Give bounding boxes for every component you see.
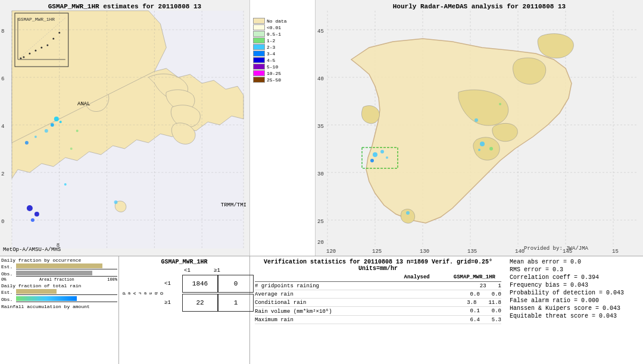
svg-point-46 bbox=[58, 32, 60, 34]
axis-100pct: 100% bbox=[107, 277, 117, 282]
stats-title: Verification statistics for 20110808 13 … bbox=[255, 259, 501, 272]
axis-0pct: 0% bbox=[1, 277, 6, 282]
legend-5-10: 5-10 bbox=[253, 64, 312, 70]
svg-text:140: 140 bbox=[515, 249, 525, 255]
rain-est-bar-area bbox=[16, 289, 117, 295]
bottom-right-scores: Mean abs error = 0.0 RMS error = 0.3 Cor… bbox=[506, 256, 643, 364]
svg-text:20: 20 bbox=[317, 240, 324, 246]
score-hanssen-kuipers: Hanssen & Kuipers score = 0.043 bbox=[510, 305, 639, 312]
label-max-rain: Maximum rain bbox=[255, 317, 294, 323]
col-header-less: <1 bbox=[173, 268, 202, 274]
svg-point-74 bbox=[373, 152, 377, 157]
legend-color-no-data bbox=[253, 18, 265, 24]
confusion-wrapper: Observed <1 1846 0 ≥1 22 1 bbox=[121, 275, 247, 312]
legend-label-no-data: No data bbox=[267, 18, 287, 24]
legend-label-3-4: 3-4 bbox=[267, 51, 275, 57]
histogram-amount-label: Rainfall accumulation by amount bbox=[1, 304, 117, 309]
svg-point-43 bbox=[40, 47, 42, 49]
score-prob-detection: Probability of detection = 0.043 bbox=[510, 290, 639, 296]
svg-point-28 bbox=[35, 212, 39, 216]
val-max-rain-gsmap: 5.3 bbox=[492, 317, 501, 323]
histogram-rain: Daily fraction of total rain Est. Obs. bbox=[1, 283, 117, 303]
legend-no-data: No data bbox=[253, 18, 312, 24]
svg-point-39 bbox=[20, 58, 21, 59]
histogram-axis: 0% Areal fraction 100% bbox=[1, 277, 117, 282]
est-bar-area bbox=[16, 263, 117, 269]
histogram-rain-est-container: Est. bbox=[1, 288, 117, 296]
obs-label: Obs. bbox=[1, 271, 16, 277]
svg-text:0: 0 bbox=[1, 219, 4, 225]
obs-bar bbox=[16, 271, 92, 275]
legend-color-05-1 bbox=[253, 31, 265, 37]
svg-text:120: 120 bbox=[326, 249, 336, 255]
svg-point-80 bbox=[489, 147, 493, 150]
score-freq-bias: Frequency bias = 0.043 bbox=[510, 282, 639, 288]
svg-point-22 bbox=[51, 123, 54, 127]
right-map-area: Hourly Radar-AMeDAS analysis for 2011080… bbox=[316, 0, 643, 256]
label-cond-rain: Conditional rain bbox=[255, 300, 306, 306]
score-rms: RMS error = 0.3 bbox=[510, 266, 639, 273]
legend-3-4: 3-4 bbox=[253, 51, 312, 57]
svg-text:30: 30 bbox=[317, 171, 324, 177]
label-avg-rain: Average rain bbox=[255, 291, 294, 297]
svg-point-41 bbox=[29, 53, 30, 55]
legend-label-2-3: 2-3 bbox=[267, 45, 275, 50]
bottom-middle-matrix: GSMAP_MWR_1HR <1 ≥1 Observed <1 1846 0 bbox=[119, 256, 250, 364]
svg-text:4: 4 bbox=[1, 124, 4, 130]
svg-text:135: 135 bbox=[467, 249, 477, 255]
axis-areal: Areal fraction bbox=[39, 277, 74, 282]
bottom-left-histograms: Daily fraction by occurrence Est. Obs. 0… bbox=[0, 256, 119, 364]
val-rain-vol-analysed: 0.1 bbox=[470, 308, 480, 315]
est-label: Est. bbox=[1, 264, 16, 269]
svg-point-31 bbox=[76, 130, 79, 132]
cell-21: 22 bbox=[182, 294, 218, 312]
legend-color-10-25 bbox=[253, 70, 265, 76]
rain-obs-bar-area bbox=[16, 296, 117, 302]
confusion-title: GSMAP_MWR_1HR bbox=[121, 259, 247, 265]
stats-row-cond-rain: Conditional rain 3.8 11.8 bbox=[255, 300, 501, 307]
histogram-amount: Rainfall accumulation by amount bbox=[1, 304, 117, 309]
cell-11: 1846 bbox=[182, 275, 218, 293]
svg-text:125: 125 bbox=[372, 249, 382, 255]
svg-point-75 bbox=[380, 150, 384, 153]
svg-point-81 bbox=[478, 149, 480, 151]
legend-label-25-50: 25-50 bbox=[267, 77, 281, 83]
bottom-stats-table: Verification statistics for 20110808 13 … bbox=[250, 256, 506, 364]
histogram-rain-obs-container: Obs. bbox=[1, 296, 117, 303]
score-equitable-threat: Equitable threat score = 0.043 bbox=[510, 313, 639, 319]
svg-point-77 bbox=[386, 156, 388, 159]
legend-color-25-50 bbox=[253, 77, 265, 83]
svg-text:Provided by: JWA/JMA: Provided by: JWA/JMA bbox=[524, 246, 589, 252]
val-avg-rain-analysed: 0.0 bbox=[470, 291, 480, 297]
legend-label-10-25: 10-25 bbox=[267, 71, 281, 76]
values-max-rain: 6.4 5.3 bbox=[470, 317, 501, 323]
legend-label-5-10: 5-10 bbox=[267, 64, 278, 70]
val-rain-vol-gsmap: 0.0 bbox=[492, 308, 501, 315]
val-cond-rain-gsmap: 11.8 bbox=[488, 300, 501, 306]
histogram-occurrence: Daily fraction by occurrence Est. Obs. 0… bbox=[1, 258, 117, 282]
val-gridpoints-gsmap: 1 bbox=[498, 283, 501, 289]
svg-text:45: 45 bbox=[317, 29, 324, 34]
val-avg-rain-gsmap: 0.0 bbox=[492, 291, 501, 297]
label-rain-vol: Rain volume (mm*km²×10⁶) bbox=[255, 308, 332, 315]
svg-text:15: 15 bbox=[612, 249, 619, 255]
svg-point-79 bbox=[480, 142, 485, 146]
values-gridpoints: 23 1 bbox=[480, 283, 501, 289]
svg-point-25 bbox=[35, 136, 37, 138]
right-map-title: Hourly Radar-AMeDAS analysis for 2011080… bbox=[316, 1, 643, 12]
legend-label-05-1: 0.5-1 bbox=[267, 32, 281, 37]
legend-color-3-4 bbox=[253, 51, 265, 57]
svg-point-78 bbox=[406, 211, 410, 215]
cell-12: 0 bbox=[218, 275, 254, 293]
score-correlation: Correlation coeff = 0.394 bbox=[510, 274, 639, 281]
svg-point-44 bbox=[46, 45, 48, 46]
right-map-svg: 45 40 35 30 25 20 120 125 130 135 140 14… bbox=[316, 0, 643, 256]
svg-point-33 bbox=[114, 200, 118, 204]
values-cond-rain: 3.8 11.8 bbox=[467, 300, 501, 306]
svg-text:130: 130 bbox=[420, 249, 429, 255]
rain-obs-label: Obs. bbox=[1, 297, 16, 302]
val-max-rain-analysed: 6.4 bbox=[470, 317, 480, 323]
main-container: GSMAP_MWR_1HR estimates for 20110808 13 bbox=[0, 0, 643, 364]
stats-row-rain-vol: Rain volume (mm*km²×10⁶) 0.1 0.0 bbox=[255, 308, 501, 316]
col-header-gsmap: GSMAP_MWR_1HR bbox=[454, 274, 495, 280]
